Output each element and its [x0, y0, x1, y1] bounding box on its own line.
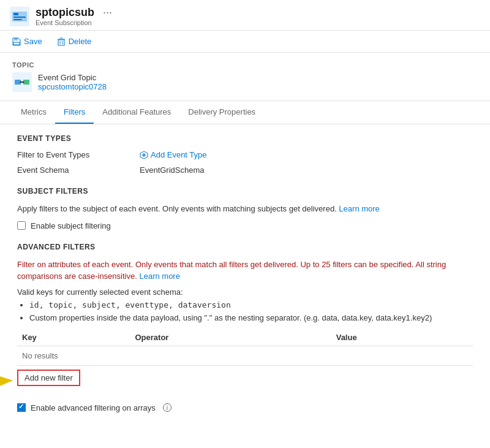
- svg-rect-2: [13, 13, 18, 15]
- svg-rect-4: [13, 19, 22, 20]
- table-row-no-results: No results: [17, 346, 473, 365]
- add-event-type-icon: [140, 151, 148, 159]
- save-button[interactable]: Save: [10, 36, 45, 47]
- filter-event-types-label: Filter to Event Types: [17, 150, 140, 159]
- svg-rect-5: [14, 38, 18, 40]
- topic-section-label: TOPIC: [12, 61, 478, 69]
- header-ellipsis-button[interactable]: ···: [103, 6, 112, 19]
- save-icon: [12, 37, 21, 46]
- topic-icon: [12, 72, 32, 92]
- add-event-type-button[interactable]: Add Event Type: [140, 150, 207, 159]
- toolbar: Save Delete: [0, 31, 490, 53]
- enable-advanced-filtering-arrays-checkbox[interactable]: [17, 403, 26, 412]
- subject-filters-desc: Apply filters to the subject of each eve…: [17, 203, 473, 215]
- no-results-cell: No results: [17, 346, 473, 365]
- enable-subject-filtering-checkbox[interactable]: [17, 221, 26, 230]
- event-schema-row: Event Schema EventGridSchema: [17, 165, 473, 175]
- col-value: Value: [331, 329, 473, 346]
- add-filter-wrapper: Add new filter: [17, 370, 80, 395]
- topic-title: Event Grid Topic: [38, 73, 107, 82]
- tab-filters[interactable]: Filters: [55, 101, 94, 124]
- add-new-filter-button[interactable]: Add new filter: [17, 370, 80, 386]
- delete-icon: [57, 37, 66, 46]
- tab-additional-features[interactable]: Additional Features: [94, 101, 179, 124]
- topic-text: Event Grid Topic spcustomtopic0728: [38, 73, 107, 91]
- event-schema-label: Event Schema: [17, 165, 140, 175]
- valid-keys-title: Valid keys for currently selected event …: [17, 287, 473, 297]
- page-header: sptopicsub ··· Event Subscription: [0, 0, 490, 31]
- page-subtitle: Event Subscription: [36, 19, 112, 26]
- enable-subject-filtering-row: Enable subject filtering: [17, 221, 473, 230]
- col-operator: Operator: [130, 329, 331, 346]
- page-title: sptopicsub: [36, 6, 94, 19]
- topic-section: TOPIC Event Grid Topic spcustomtopic0728: [0, 53, 490, 101]
- svg-rect-7: [58, 40, 64, 45]
- valid-key-item-2: Custom properties inside the data payloa…: [29, 312, 473, 324]
- header-title-block: sptopicsub ··· Event Subscription: [36, 6, 112, 26]
- tab-delivery-properties[interactable]: Delivery Properties: [179, 101, 264, 124]
- delete-button[interactable]: Delete: [55, 36, 94, 47]
- topic-content: Event Grid Topic spcustomtopic0728: [12, 72, 478, 92]
- enable-arrays-row: Enable advanced filtering on arrays i: [17, 403, 473, 412]
- filter-event-types-row: Filter to Event Types Add Event Type: [17, 150, 473, 159]
- header-icon: [10, 7, 29, 26]
- topic-link[interactable]: spcustomtopic0728: [38, 82, 107, 91]
- subject-filters-header: SUBJECT FILTERS: [17, 187, 473, 196]
- enable-arrays-label: Enable advanced filtering on arrays: [31, 403, 156, 412]
- svg-rect-6: [13, 42, 20, 45]
- event-types-header: EVENT TYPES: [17, 134, 473, 143]
- valid-keys-list: id, topic, subject, eventtype, dataversi…: [29, 299, 473, 324]
- advanced-filters-header: ADVANCED FILTERS: [17, 243, 473, 251]
- advanced-filters-table: Key Operator Value No results: [17, 329, 473, 366]
- advanced-filters-desc: Filter on attributes of each event. Only…: [17, 259, 473, 283]
- subject-filters-learn-more[interactable]: Learn more: [339, 204, 379, 213]
- event-schema-value: EventGridSchema: [140, 165, 205, 175]
- valid-key-item-1: id, topic, subject, eventtype, dataversi…: [29, 299, 473, 311]
- info-icon[interactable]: i: [163, 403, 172, 412]
- tab-metrics[interactable]: Metrics: [12, 101, 55, 124]
- arrow-annotation: [0, 351, 18, 388]
- enable-subject-filtering-label: Enable subject filtering: [31, 221, 111, 230]
- main-content: EVENT TYPES Filter to Event Types Add Ev…: [0, 124, 490, 428]
- col-key: Key: [17, 329, 130, 346]
- svg-rect-3: [13, 17, 26, 18]
- tabs-container: Metrics Filters Additional Features Deli…: [0, 101, 490, 124]
- advanced-filters-learn-more[interactable]: Learn more: [139, 271, 179, 281]
